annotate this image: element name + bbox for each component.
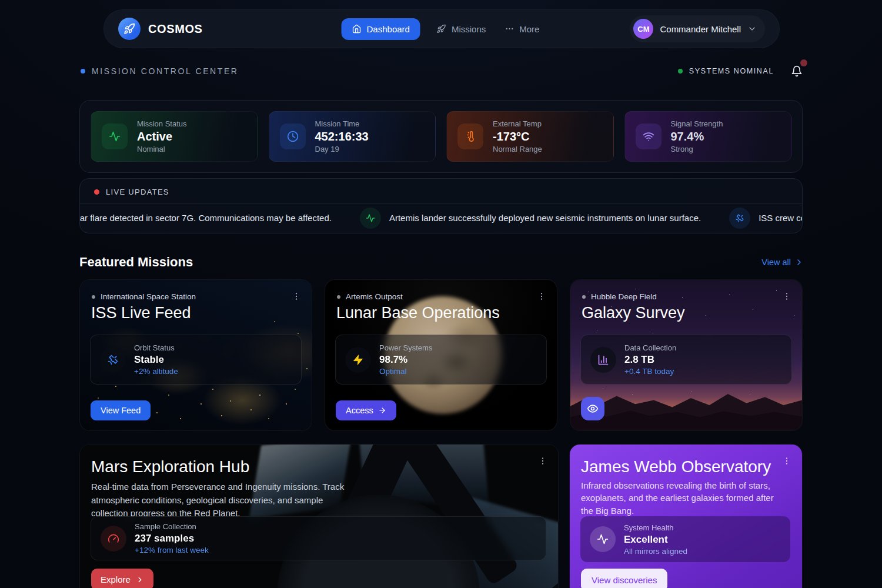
ticker-item: Artemis lander successfully deployed new…	[360, 208, 701, 229]
nav-tab-label: More	[519, 24, 539, 34]
bell-icon	[791, 65, 803, 77]
mission-card-lunar: Artemis Outpost Lunar Base Operations Po…	[325, 279, 557, 431]
access-button[interactable]: Access	[336, 400, 396, 420]
satellite-icon	[729, 208, 750, 229]
zap-icon	[345, 347, 371, 373]
stats-panel: Mission Status Active Nominal Mission Ti…	[79, 100, 803, 173]
activity-icon	[360, 208, 381, 229]
system-status: SYSTEMS NOMINAL	[689, 67, 774, 75]
card-title: Lunar Base Operations	[336, 304, 500, 322]
stat-value: Active	[137, 130, 187, 143]
chevron-right-icon	[794, 258, 804, 267]
stat-mission-status: Mission Status Active Nominal	[91, 111, 258, 162]
button-label: Explore	[101, 574, 131, 584]
card-stat-panel: System Health Excellent All mirrors alig…	[580, 516, 790, 562]
mars-exploration-card: Mars Exploration Hub Real-time data from…	[79, 444, 559, 588]
system-status-group: SYSTEMS NOMINAL	[678, 64, 804, 78]
tag-label: Artemis Outpost	[346, 292, 403, 301]
bar-chart-icon	[590, 347, 616, 373]
panel-label: Power Systems	[379, 343, 432, 352]
card-title: Galaxy Survey	[582, 304, 685, 322]
top-nav: COSMOS Dashboard Missions More CM Comman…	[103, 9, 780, 48]
card-menu-button[interactable]	[780, 289, 794, 303]
view-discoveries-button[interactable]: View discoveries	[581, 569, 667, 588]
nav-tab-label: Dashboard	[367, 24, 410, 34]
brand: COSMOS	[118, 18, 203, 40]
panel-label: Sample Collection	[135, 522, 209, 531]
button-label: View Feed	[101, 406, 141, 415]
card-tag: Artemis Outpost	[337, 292, 403, 301]
card-menu-button[interactable]	[534, 289, 549, 303]
page-title-group: MISSION CONTROL CENTER	[81, 66, 239, 76]
stat-value: -173°C	[493, 130, 542, 143]
james-webb-card: James Webb Observatory Infrared observat…	[569, 444, 803, 588]
chevron-down-icon	[747, 24, 757, 34]
panel-sub: +0.4 TB today	[624, 367, 676, 376]
user-menu[interactable]: CM Commander Mitchell	[630, 15, 765, 42]
nav-tab-dashboard[interactable]: Dashboard	[342, 18, 420, 40]
panel-value: 2.8 TB	[624, 354, 676, 366]
ticker-text: Solar flare detected in sector 7G. Commu…	[79, 213, 332, 223]
avatar: CM	[633, 19, 653, 39]
panel-value: 98.7%	[379, 354, 432, 366]
ticker-item: ISS crew completes critical EVA repairs …	[729, 208, 803, 229]
button-label: View discoveries	[592, 575, 657, 585]
notifications-button[interactable]	[790, 64, 804, 78]
status-dot	[582, 295, 586, 299]
status-dot	[92, 295, 95, 299]
primary-nav: Dashboard Missions More	[342, 18, 542, 40]
stat-signal-strength: Signal Strength 97.4% Strong	[624, 111, 792, 162]
card-menu-button[interactable]	[289, 289, 303, 303]
panel-sub: All mirrors aligned	[624, 547, 687, 556]
wifi-icon	[636, 123, 662, 149]
gauge-icon	[101, 526, 126, 552]
stat-label: Mission Status	[137, 119, 187, 128]
mission-card-iss: International Space Station ISS Live Fee…	[79, 279, 312, 431]
stat-mission-time: Mission Time 452:16:33 Day 19	[269, 111, 436, 162]
mission-card-galaxy: Hubble Deep Field Galaxy Survey Data Col…	[570, 279, 803, 431]
section-title: Featured Missions	[79, 255, 193, 270]
featured-missions-header: Featured Missions View all	[79, 253, 804, 272]
live-updates-header: LIVE UPDATES	[80, 179, 802, 204]
panel-sub: +2% altitude	[134, 367, 178, 376]
button-label: Access	[346, 406, 373, 415]
stat-label: Mission Time	[315, 119, 369, 128]
panel-label: Data Collection	[624, 343, 676, 352]
stat-sub: Nominal	[137, 145, 187, 153]
ellipsis-icon	[505, 24, 514, 34]
card-tag: Hubble Deep Field	[582, 292, 657, 301]
mission-control-page: COSMOS Dashboard Missions More CM Comman…	[0, 0, 882, 588]
page-header: MISSION CONTROL CENTER SYSTEMS NOMINAL	[81, 63, 804, 79]
stat-sub: Normal Range	[493, 145, 542, 153]
view-feed-button[interactable]: View Feed	[91, 400, 151, 420]
ticker-text: ISS crew completes critical EVA repairs …	[759, 213, 803, 223]
spotlight-grid: Mars Exploration Hub Real-time data from…	[79, 444, 803, 588]
live-updates-title: LIVE UPDATES	[106, 188, 169, 196]
explore-button[interactable]: Explore	[91, 569, 153, 588]
satellite-icon	[100, 347, 126, 373]
nav-tab-missions[interactable]: Missions	[435, 18, 488, 40]
stat-value: 97.4%	[671, 130, 723, 143]
ticker-text: Artemis lander successfully deployed new…	[389, 213, 701, 223]
card-description: Real-time data from Perseverance and Ing…	[91, 480, 359, 520]
ticker-item: Solar flare detected in sector 7G. Commu…	[79, 208, 332, 229]
card-title: ISS Live Feed	[91, 304, 191, 322]
chevron-right-icon	[136, 576, 144, 584]
tag-label: Hubble Deep Field	[591, 292, 657, 301]
home-icon	[352, 24, 362, 34]
view-all-link[interactable]: View all	[761, 258, 804, 267]
view-button eye-icon[interactable]	[581, 397, 604, 420]
card-stat-panel: Orbit Status Stable +2% altitude	[90, 335, 302, 385]
stat-label: Signal Strength	[671, 119, 723, 128]
card-title: James Webb Observatory	[581, 457, 771, 476]
card-menu-button[interactable]	[780, 454, 794, 468]
nav-tab-more[interactable]: More	[502, 18, 542, 40]
card-stat-panel: Data Collection 2.8 TB +0.4 TB today	[580, 335, 792, 385]
card-menu-button[interactable]	[536, 454, 550, 468]
panel-label: System Health	[624, 523, 687, 532]
activity-icon	[102, 123, 128, 149]
page-title: MISSION CONTROL CENTER	[92, 66, 239, 76]
activity-icon	[590, 526, 616, 552]
green-dot-icon	[678, 69, 683, 74]
status-dot	[337, 295, 340, 299]
